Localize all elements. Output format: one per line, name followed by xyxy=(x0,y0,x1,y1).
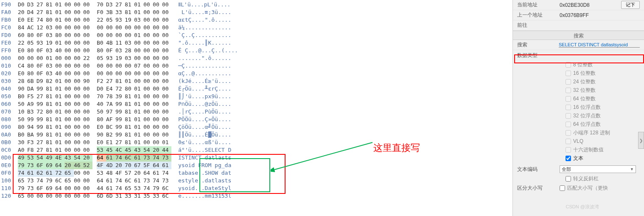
case-label: 区分大小写 xyxy=(517,185,560,192)
ascii: ÇöÖü....α╝Öü.... xyxy=(171,123,231,131)
datatype-checkbox[interactable] xyxy=(566,62,571,68)
offset: 0B0 xyxy=(0,139,13,146)
hex-bytes[interactable]: 746162617265000053484F5720646174 xyxy=(13,169,171,177)
offset: 040 xyxy=(0,85,13,93)
datatype-option[interactable]: 十六进制数值 xyxy=(513,145,644,154)
hex-row[interactable]: 0D0495354494E4354206461746C61737473ISTIN… xyxy=(0,154,512,162)
search-input[interactable] xyxy=(559,42,640,48)
hex-bytes[interactable]: D0D327810100000070D3278101000000 xyxy=(13,1,171,9)
hex-bytes[interactable]: 20D4278101000000F03B338101000000 xyxy=(13,9,171,16)
hex-row[interactable]: 07010B37280010000005097998101000000.│rÇ.… xyxy=(0,108,512,116)
search-row: 搜索 xyxy=(513,40,644,50)
hex-bytes[interactable]: 30F3278101000000E0E1278101000001 xyxy=(13,139,171,146)
hex-row[interactable]: 080509999810100000080AF998101000000PÖÖü.… xyxy=(0,116,512,123)
hex-row[interactable]: 0B030F3278101000000E0E12781010000010≤'ü.… xyxy=(0,139,512,146)
hex-bytes[interactable]: A0F827810100000053454C4543542044 xyxy=(13,146,171,154)
hex-bytes[interactable]: E0800F03400000000000000000000000 xyxy=(13,70,171,77)
datatype-option[interactable]: 16 位整数 xyxy=(513,69,644,77)
hex-row[interactable]: 0A0B0BA99810100000090B2998101000000║║Öü.… xyxy=(0,131,512,139)
datatype-option[interactable]: VLQ xyxy=(513,137,644,145)
hex-row[interactable]: 0F0746162617265000053484F5720646174tabas… xyxy=(0,169,512,177)
hex-editor[interactable]: 这里直接写 F90D0D327810100000070D327810100000… xyxy=(0,0,512,216)
datatype-checkbox[interactable] xyxy=(566,71,571,76)
hex-row[interactable]: FE02205931901000000B04B110300000000".ô..… xyxy=(0,39,512,47)
hex-bytes[interactable]: E0800F0340000000800F032800000000 xyxy=(13,47,171,54)
hex-bytes[interactable]: B0BA99810100000090B2998101000000 xyxy=(13,131,171,139)
hex-row[interactable]: 12065000000000000006D6D31333135336Ce....… xyxy=(0,192,512,200)
datatype-option[interactable]: 16 位浮点数 xyxy=(513,103,644,111)
datatype-checkbox[interactable] xyxy=(566,105,571,110)
hex-row[interactable]: FD060800F03800000000000000001000000`Ç..Ç… xyxy=(0,31,512,39)
hex-row[interactable]: 0C0A0F827810100000053454C4543542044á°'ü.… xyxy=(0,146,512,154)
datatype-option[interactable]: 8 位整数 xyxy=(513,60,644,69)
hex-bytes[interactable]: 79736F6964000000446174655374796C xyxy=(13,185,171,192)
expand-tab[interactable]: ❯ xyxy=(638,132,644,149)
hex-row[interactable]: 0908094998101000000E0BC998101000000ÇöÖü.… xyxy=(0,123,512,131)
hex-bytes[interactable]: 90DA998101000000D0E4728001000000 xyxy=(13,85,171,93)
datatype-checkbox[interactable] xyxy=(566,113,571,119)
hex-bytes[interactable]: 2205931901000000B04B110300000000 xyxy=(13,39,171,47)
encoding-label: 文本编码 xyxy=(517,166,560,173)
hex-bytes[interactable]: C4800F03000000000000000007000000 xyxy=(13,62,171,70)
hex-bytes[interactable]: 84AC1203000000000000000000000000 xyxy=(13,24,171,31)
hex-row[interactable]: 04090DA998101000000D0E4728001000000É┌Öü.… xyxy=(0,85,512,93)
hex-row[interactable]: 06050A9998101000000407A998101000000P∩Öü.… xyxy=(0,100,512,108)
hex-row[interactable]: FC084AC1203000000000000000000000000ä¼...… xyxy=(0,24,512,31)
datatype-checkbox[interactable] xyxy=(566,130,571,136)
case-checkbox[interactable] xyxy=(560,185,565,191)
escape-backslash-row[interactable]: 转义反斜杠 xyxy=(513,174,644,183)
datatype-option[interactable]: 24 位整数 xyxy=(513,77,644,86)
hex-row[interactable]: 11079736F6964000000446174655374796Cysoid… xyxy=(0,185,512,192)
datatype-option[interactable]: 64 位浮点数 xyxy=(513,120,644,128)
datatype-checkbox[interactable] xyxy=(566,122,571,127)
hex-bytes[interactable]: 79736F69642046524F4D2070675F6461 xyxy=(13,162,171,169)
hex-bytes[interactable]: 65000000000000006D6D31333135336C xyxy=(13,192,171,200)
datatype-checkbox[interactable] xyxy=(566,96,571,102)
current-address-row: 当前地址 0x02BE30D8 记下 xyxy=(513,0,644,10)
offset: 020 xyxy=(0,70,13,77)
hex-bytes[interactable]: 8094998101000000E0BC998101000000 xyxy=(13,123,171,131)
ascii: á°'ü....SELECT D xyxy=(171,146,231,154)
hex-bytes[interactable]: 495354494E4354206461746C61737473 xyxy=(13,154,171,162)
hex-row[interactable]: 0E079736F69642046524F4D2070675F6461ysoid… xyxy=(0,162,512,169)
hex-row[interactable]: 100657374796C6500006461746C61737473estyl… xyxy=(0,177,512,185)
datatype-checkbox[interactable] xyxy=(566,147,571,153)
offset: 0C0 xyxy=(0,146,13,154)
hex-row[interactable]: 010C4800F03000000000000000007000000─Ç...… xyxy=(0,62,512,70)
hex-row[interactable]: FB0E0EE7480010000002205931903000000αεtÇ.… xyxy=(0,16,512,24)
hex-row[interactable]: 050B0F52781010000007078398101000000║⌡'ü.… xyxy=(0,93,512,100)
offset: 010 xyxy=(0,62,13,70)
escape-checkbox[interactable] xyxy=(566,176,571,182)
hex-bytes[interactable]: 10B37280010000005097998101000000 xyxy=(13,108,171,116)
hex-bytes[interactable]: 00000001000000220593190300000000 xyxy=(13,54,171,62)
note-button[interactable]: 记下 xyxy=(621,1,640,9)
encoding-select[interactable]: 全部 ▼ xyxy=(560,165,636,173)
datatype-checkbox[interactable] xyxy=(566,139,571,144)
datatype-option[interactable]: 文本 xyxy=(513,154,644,162)
hex-row[interactable]: FA020D4278101000000F03B338101000000 L'ü.… xyxy=(0,9,512,16)
hex-row[interactable]: 030286BD98201000090F227810100000000(kJé.… xyxy=(0,77,512,85)
datatype-checkbox[interactable] xyxy=(566,79,571,85)
datatype-option[interactable]: 小端序 128 进制 xyxy=(513,128,644,137)
hex-row[interactable]: 00000000001000000220593190300000000.....… xyxy=(0,54,512,62)
datatype-option[interactable]: 32 位浮点数 xyxy=(513,111,644,120)
datatype-option[interactable]: 64 位整数 xyxy=(513,94,644,103)
hex-bytes[interactable]: 50A9998101000000407A998101000000 xyxy=(13,100,171,108)
hex-bytes[interactable]: 286BD98201000090F227810100000000 xyxy=(13,77,171,85)
hex-bytes[interactable]: E0EE7480010000002205931903000000 xyxy=(13,16,171,24)
search-header: 搜索 xyxy=(513,31,644,40)
hex-bytes[interactable]: 657374796C6500006461746C61737473 xyxy=(13,177,171,185)
datatype-option[interactable]: 32 位整数 xyxy=(513,86,644,94)
hex-row[interactable]: 020E0800F03400000000000000000000000αÇ..@… xyxy=(0,70,512,77)
offset: 0E0 xyxy=(0,162,13,169)
offset: 070 xyxy=(0,108,13,116)
goto-row[interactable]: 前往 xyxy=(513,20,644,31)
datatype-checkbox[interactable] xyxy=(566,88,571,93)
hex-row[interactable]: F90D0D327810100000070D3278101000000ⅡL'ü.… xyxy=(0,1,512,9)
hex-row[interactable]: FF0E0800F0340000000800F032800000000É Ç..… xyxy=(0,47,512,54)
hex-bytes[interactable]: B0F52781010000007078398101000000 xyxy=(13,93,171,100)
datatype-checkbox[interactable] xyxy=(566,156,571,161)
hex-bytes[interactable]: 60800F03800000000000000001000000 xyxy=(13,31,171,39)
offset: 030 xyxy=(0,77,13,85)
hex-bytes[interactable]: 509999810100000080AF998101000000 xyxy=(13,116,171,123)
